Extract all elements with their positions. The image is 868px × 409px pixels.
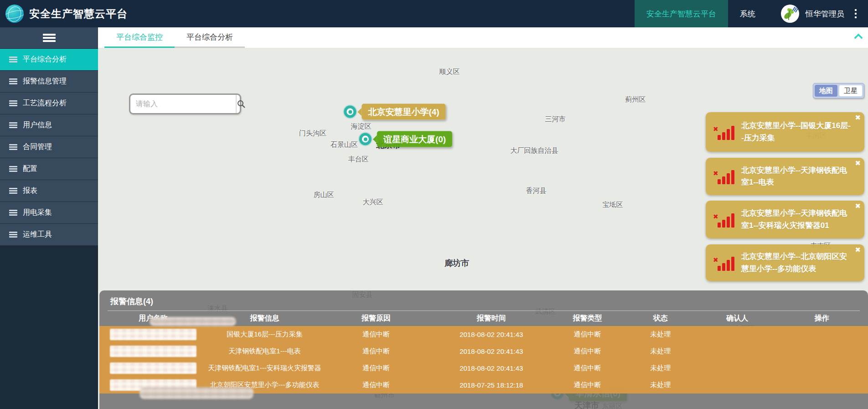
brand: 安全生产智慧云平台: [0, 5, 128, 23]
close-icon[interactable]: ✖: [855, 160, 861, 166]
alarm-user-cell: [99, 343, 207, 360]
sidebar-item-0[interactable]: 平台综合分析: [0, 49, 98, 71]
alarm-row-2[interactable]: 天津钢铁配电室1---安科瑞火灾报警器通信中断2018-08-02 20:41:…: [99, 360, 868, 377]
alert-card-3[interactable]: ✖北京安慧里小学--北京朝阳区安慧里小学--多功能仪表✖: [706, 244, 864, 281]
alarm-cell: 未处理: [622, 326, 699, 343]
marker-dot-icon[interactable]: [359, 133, 372, 145]
map-region-label: 宝坻区: [603, 201, 623, 209]
sidebar-item-label: 运维工具: [23, 230, 52, 239]
marker-dot-icon[interactable]: [344, 106, 356, 118]
user-avatar[interactable]: [781, 5, 799, 23]
scroll-up-icon[interactable]: [854, 34, 863, 39]
close-icon[interactable]: ✖: [855, 202, 861, 209]
signal-x-icon: ✖: [713, 256, 718, 264]
no-signal-icon: ✖: [713, 210, 735, 229]
alarm-cell: [776, 377, 868, 393]
sidebar-item-3[interactable]: 用户信息: [0, 114, 98, 136]
map-marker[interactable]: 北京安慧里小学(4): [344, 104, 445, 120]
signal-x-icon: ✖: [713, 125, 718, 133]
sidebar-menu: 平台综合分析报警信息管理工艺流程分析用户信息合同管理配置报表用电采集运维工具: [0, 49, 98, 246]
sidebar-item-7[interactable]: 用电采集: [0, 202, 98, 224]
map-marker[interactable]: 谊星商业大厦(0): [359, 131, 452, 147]
alarm-cell: 未处理: [622, 360, 699, 377]
alarm-cell: 通信中断: [322, 377, 430, 393]
alarm-cell: [699, 377, 776, 393]
alarm-cell: 国银大厦16层---压力采集: [207, 326, 322, 343]
alert-card-1[interactable]: ✖北京安慧里小学--天津钢铁配电室1--电表✖: [706, 158, 864, 195]
alarm-cell: 未处理: [622, 377, 699, 393]
map-type-map-button[interactable]: 地图: [815, 85, 837, 97]
sidebar-item-2[interactable]: 工艺流程分析: [0, 93, 98, 114]
kebab-menu-icon[interactable]: [851, 5, 861, 23]
menu-item-icon: [9, 57, 17, 62]
alarm-cell: 天津钢铁配电室1---电表: [207, 343, 322, 360]
sidebar-item-6[interactable]: 报表: [0, 180, 98, 202]
alarm-column-header: 报警类型: [553, 311, 622, 326]
search-button[interactable]: [236, 95, 246, 113]
alarm-column-header: 确认人: [699, 311, 776, 326]
menu-item-icon: [9, 78, 17, 84]
alarm-user-cell: [99, 326, 207, 343]
alert-card-text: 北京安慧里小学--北京朝阳区安慧里小学--多功能仪表: [741, 251, 852, 275]
alarm-cell: [776, 360, 868, 377]
alert-card-2[interactable]: ✖北京安慧里小学--天津钢铁配电室1--安科瑞火灾报警器01✖: [706, 201, 864, 238]
close-icon[interactable]: ✖: [855, 114, 861, 121]
alarm-cell: 未处理: [622, 343, 699, 360]
tab-1[interactable]: 平台综合分析: [175, 27, 245, 48]
alarm-column-header: 报警时间: [430, 311, 553, 326]
map-region-label: 廊坊市: [444, 258, 469, 269]
menu-item-icon: [9, 122, 17, 128]
map-region-label: 顺义区: [439, 67, 460, 76]
map-type-satellite-button[interactable]: 卫星: [839, 85, 863, 97]
close-icon[interactable]: ✖: [855, 246, 861, 253]
sidebar-item-label: 报表: [23, 186, 37, 196]
map-region-label: 房山区: [314, 191, 334, 199]
alarm-cell: [776, 343, 868, 360]
alarm-row-1[interactable]: 天津钢铁配电室1---电表通信中断2018-08-02 20:41:43通信中断…: [99, 343, 868, 360]
alarm-cell: 通信中断: [553, 360, 622, 377]
navbar-right: 安全生产智慧云平台系统 恒华管理员: [635, 0, 868, 27]
search-icon: [237, 99, 246, 109]
map-region-label: 丰台区: [348, 155, 369, 164]
signal-x-icon: ✖: [713, 170, 718, 177]
menu-item-icon: [9, 144, 17, 150]
map-region-label: 蓟州区: [625, 95, 646, 104]
marker-bubble[interactable]: 谊星商业大厦(0): [377, 131, 452, 147]
alert-card-text: 北京安慧里小学--天津钢铁配电室1--安科瑞火灾报警器01: [741, 207, 852, 232]
alert-card-text: 北京安慧里小学--国银大厦16层--压力采集: [741, 120, 852, 144]
search-input[interactable]: [130, 95, 236, 113]
top-navbar: 安全生产智慧云平台 安全生产智慧云平台系统 恒华管理员: [0, 0, 868, 27]
alert-card-0[interactable]: ✖北京安慧里小学--国银大厦16层--压力采集✖: [706, 112, 864, 152]
sidebar-item-1[interactable]: 报警信息管理: [0, 71, 98, 93]
sidebar-item-4[interactable]: 合同管理: [0, 136, 98, 158]
alarm-cell: 通信中断: [553, 326, 622, 343]
hamburger-icon[interactable]: [43, 34, 56, 42]
alarm-cell: 通信中断: [553, 377, 622, 393]
sidebar-item-label: 报警信息管理: [23, 77, 67, 86]
nav-item-0[interactable]: 安全生产智慧云平台: [635, 0, 728, 27]
alarm-row-0[interactable]: 国银大厦16层---压力采集通信中断2018-08-02 20:41:43通信中…: [99, 326, 868, 343]
menu-item-icon: [9, 188, 17, 194]
sidebar-item-5[interactable]: 配置: [0, 158, 98, 180]
user-area[interactable]: 恒华管理员: [767, 5, 868, 23]
alarm-cell: 天津钢铁配电室1---安科瑞火灾报警器: [207, 360, 322, 377]
redacted-user-name: [110, 362, 196, 374]
alarm-cell: 通信中断: [322, 326, 430, 343]
alarm-column-header: 操作: [776, 311, 868, 326]
sidebar-item-label: 工艺流程分析: [23, 98, 67, 108]
app-title: 安全生产智慧云平台: [29, 7, 128, 21]
alarm-column-header: 报警原因: [322, 311, 430, 326]
sidebar-item-label: 配置: [23, 164, 37, 174]
alarm-cell: 2018-08-02 20:41:43: [430, 326, 553, 343]
sidebar-item-8[interactable]: 运维工具: [0, 224, 98, 246]
no-signal-icon: ✖: [713, 254, 735, 273]
menu-item-icon: [9, 210, 17, 216]
alarm-panel: 报警信息(4) 用户名称报警信息报警原因报警时间报警类型状态确认人操作 国银大厦…: [99, 290, 868, 409]
alarm-cell: 通信中断: [553, 343, 622, 360]
sidebar: 平台综合分析报警信息管理工艺流程分析用户信息合同管理配置报表用电采集运维工具: [0, 27, 98, 409]
nav-item-1[interactable]: 系统: [728, 0, 767, 27]
alarm-cell: 通信中断: [322, 343, 430, 360]
signal-x-icon: ✖: [713, 213, 718, 220]
tab-0[interactable]: 平台综合监控: [104, 27, 175, 48]
marker-bubble[interactable]: 北京安慧里小学(4): [362, 104, 445, 120]
